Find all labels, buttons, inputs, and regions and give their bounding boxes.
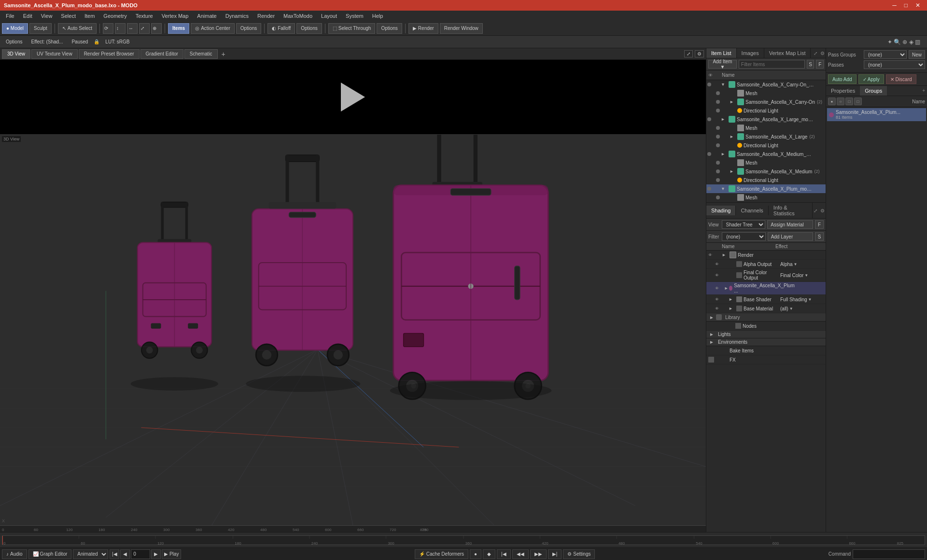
- tree-item-plum[interactable]: ► Samsonite_Ascella_X_Plum (2): [706, 202, 826, 202]
- items-btn[interactable]: Items: [168, 23, 189, 34]
- graph-editor-btn[interactable]: 📈 Graph Editor: [28, 549, 72, 559]
- tree-arrow2[interactable]: ►: [730, 99, 737, 104]
- shader-item-render[interactable]: 👁 ► Render: [706, 251, 826, 260]
- maximize-btn[interactable]: □: [901, 2, 911, 9]
- tree-arrow4[interactable]: ►: [730, 134, 737, 139]
- animated-dropdown[interactable]: Animated: [73, 549, 108, 559]
- minimize-btn[interactable]: ─: [889, 2, 899, 9]
- add-layer-btn[interactable]: Add Layer: [768, 232, 813, 241]
- transform2-btn[interactable]: ↕: [115, 23, 126, 34]
- play-btn[interactable]: ▶ Play: [162, 549, 181, 559]
- cache-deformers-btn[interactable]: ⚡ Cache Deformers: [415, 549, 468, 559]
- tree-item-medium-mesh[interactable]: Mesh: [706, 158, 826, 167]
- bs-dropdown-arrow[interactable]: ▼: [808, 297, 812, 302]
- shader-item-nodes[interactable]: Nodes: [706, 322, 826, 331]
- tree-item-medium-group[interactable]: ► Samsonite_Ascella_X_Medium_modo_base..…: [706, 150, 826, 158]
- f-btn[interactable]: F: [816, 60, 824, 69]
- menu-help[interactable]: Help: [368, 12, 387, 20]
- options3-btn[interactable]: Options: [377, 23, 402, 34]
- options2-btn[interactable]: Options: [296, 23, 322, 34]
- transform1-btn[interactable]: ⟳: [103, 23, 113, 34]
- tab-info-statistics[interactable]: Info & Statistics: [769, 203, 813, 218]
- shader-section-lights[interactable]: ► Lights: [706, 331, 826, 338]
- menu-geometry[interactable]: Geometry: [99, 12, 130, 20]
- tab-images[interactable]: Images: [737, 48, 764, 58]
- nav-btn4[interactable]: ▶|: [548, 549, 562, 559]
- shader-tree-dropdown[interactable]: Shader Tree: [722, 220, 766, 229]
- menu-maxtomodo[interactable]: MaxToModo: [280, 12, 316, 20]
- menu-render[interactable]: Render: [253, 12, 279, 20]
- tree-item-carryOn-mesh[interactable]: Mesh: [706, 89, 826, 98]
- menu-vertexmap[interactable]: Vertex Map: [158, 12, 193, 20]
- shader-tree[interactable]: 👁 ► Render 👁 Alpha Output: [706, 251, 826, 532]
- lut-label[interactable]: LUT: sRGB: [102, 38, 132, 45]
- transform4-btn[interactable]: ⤢: [139, 23, 150, 34]
- options-label[interactable]: Options: [3, 38, 25, 45]
- item-tree[interactable]: ▼ Samsonite_Ascella_X_Carry-On_modo_ba..…: [706, 80, 826, 202]
- settings-viewport-btn[interactable]: ⚙: [695, 50, 704, 57]
- tree-item-large[interactable]: ► Samsonite_Ascella_X_Large (2): [706, 132, 826, 141]
- transform3-btn[interactable]: ↔: [127, 23, 138, 34]
- add-item-btn[interactable]: Add Item ▼: [708, 60, 737, 69]
- tree-item-plum-group[interactable]: ▼ Samsonite_Ascella_X_Plum_modo_...: [706, 184, 826, 193]
- tab-vertex-map-list[interactable]: Vertex Map List: [764, 48, 811, 58]
- tab-item-list[interactable]: Item List: [706, 48, 737, 58]
- toggle-icon-3[interactable]: □: [845, 98, 853, 105]
- effect-label[interactable]: Effect: (Shad...: [28, 38, 66, 45]
- tab-3dview[interactable]: 3D View: [2, 49, 30, 59]
- shader-section-environments[interactable]: ► Environments: [706, 338, 826, 346]
- fc-dropdown-arrow[interactable]: ▼: [804, 273, 808, 278]
- shader-section-library[interactable]: ► Library: [706, 313, 826, 322]
- tree-item-large-light[interactable]: Directional Light: [706, 141, 826, 150]
- tab-uvtexture[interactable]: UV Texture View: [31, 49, 78, 59]
- action-center-btn[interactable]: ◎ Action Center: [191, 23, 235, 34]
- new-btn[interactable]: New: [909, 50, 925, 59]
- tree-arrow7[interactable]: ▼: [721, 186, 729, 191]
- tab-channels[interactable]: Channels: [736, 206, 768, 215]
- tab-shading[interactable]: Shading: [706, 206, 736, 215]
- tab-gradienteditor[interactable]: Gradient Editor: [140, 49, 183, 59]
- tree-arrow[interactable]: ▼: [721, 82, 729, 87]
- tab-groups[interactable]: Groups: [860, 86, 887, 96]
- toggle-icon-1[interactable]: ●: [828, 98, 836, 105]
- s-btn[interactable]: S: [807, 60, 815, 69]
- nav-btn1[interactable]: |◀: [497, 549, 511, 559]
- tree-item-carryOn[interactable]: ► Samsonite_Ascella_X_Carry-On (2): [706, 98, 826, 106]
- tree-item-large-mesh[interactable]: Mesh: [706, 124, 826, 132]
- auto-select-btn[interactable]: ↖ Auto Select: [58, 23, 97, 34]
- frame-input[interactable]: [131, 549, 150, 559]
- basematerial-arrow[interactable]: ►: [729, 306, 736, 311]
- shader-item-bakeitems[interactable]: Bake Items: [706, 346, 826, 355]
- audio-btn[interactable]: ♪ Audio: [2, 549, 27, 559]
- menu-edit[interactable]: Edit: [19, 12, 36, 20]
- select-through-btn[interactable]: ⬚ Select Through: [328, 23, 376, 34]
- expand-icon[interactable]: ⤢: [813, 51, 818, 56]
- tree-arrow3[interactable]: ►: [721, 117, 729, 122]
- tree-item-plum-mesh[interactable]: Mesh: [706, 193, 826, 202]
- group-list[interactable]: Samsonite_Ascella_X_Plum... 81 Items: [826, 107, 927, 532]
- render-arrow[interactable]: ►: [722, 252, 730, 257]
- nav-btn3[interactable]: ▶▶: [530, 549, 547, 559]
- auto-add-btn[interactable]: Auto Add: [828, 74, 857, 84]
- skip-start-btn[interactable]: |◀: [110, 549, 119, 559]
- tree-arrow6[interactable]: ►: [730, 169, 737, 174]
- add-viewport-tab[interactable]: +: [219, 50, 228, 58]
- tree-item-medium[interactable]: ► Samsonite_Ascella_X_Medium (2): [706, 167, 826, 176]
- next-frame-btn[interactable]: ▶: [151, 549, 161, 559]
- expand-viewport-btn[interactable]: ⤢: [684, 50, 693, 57]
- menu-system[interactable]: System: [342, 12, 367, 20]
- assign-material-btn[interactable]: Assign Material: [767, 220, 813, 229]
- s-shortcut-btn[interactable]: S: [815, 232, 824, 241]
- render-window-btn[interactable]: Render Window: [440, 23, 483, 34]
- options1-btn[interactable]: Options: [236, 23, 261, 34]
- menu-texture[interactable]: Texture: [132, 12, 157, 20]
- passes-dropdown[interactable]: (none): [864, 60, 925, 69]
- shader-item-basematerial[interactable]: 👁 ► Base Material (all) ▼: [706, 304, 826, 313]
- toggle-icon-4[interactable]: □: [854, 98, 862, 105]
- menu-view[interactable]: View: [37, 12, 56, 20]
- falloff-btn[interactable]: ◐ Falloff: [267, 23, 295, 34]
- menu-file[interactable]: File: [2, 12, 18, 20]
- settings-bottom-btn[interactable]: ⚙ Settings: [563, 549, 595, 559]
- render-btn[interactable]: ▶ Render: [408, 23, 438, 34]
- prev-frame-btn[interactable]: ◀: [120, 549, 130, 559]
